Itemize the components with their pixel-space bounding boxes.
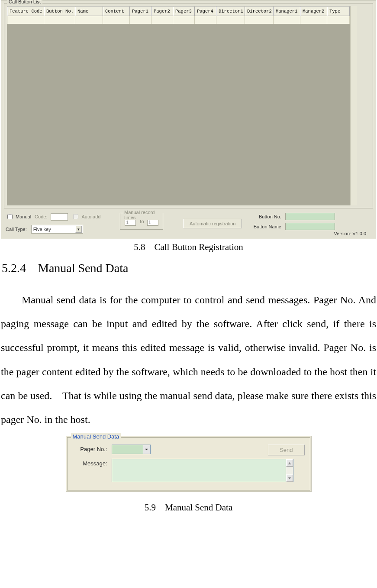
button-no-input[interactable] [285, 213, 335, 220]
table-outer: Feature Code Button No. Name Content Pag… [7, 6, 370, 205]
button-name-input[interactable] [285, 223, 335, 230]
code-input[interactable] [51, 213, 68, 221]
body-paragraph: Manual send data is for the computer to … [1, 288, 376, 432]
call-button-list-group: Call Button List Feature Code Button No.… [4, 3, 373, 208]
manual-record-times-label: Manual record times [123, 210, 163, 220]
col-button-no[interactable]: Button No. [44, 6, 75, 16]
message-label: Message: [73, 459, 107, 467]
col-pager4[interactable]: Pager4 [195, 6, 216, 16]
col-director2[interactable]: Director2 [245, 6, 274, 16]
auto-add-checkbox[interactable]: Auto add [71, 213, 100, 221]
scroll-up-icon[interactable] [286, 459, 293, 467]
pager-no-select[interactable] [112, 445, 151, 454]
automatic-registration-button[interactable]: Automatic registration [183, 219, 242, 228]
chevron-down-icon: ▼ [75, 226, 82, 233]
col-manager2[interactable]: Manager2 [300, 6, 327, 16]
vertical-scrollbar[interactable] [350, 6, 357, 205]
table-row[interactable] [7, 16, 350, 24]
button-name-label: Button Name: [248, 224, 283, 229]
table-empty-area [7, 24, 350, 205]
call-button-table: Feature Code Button No. Name Content Pag… [7, 6, 350, 205]
col-pager3[interactable]: Pager3 [173, 6, 195, 16]
send-button[interactable]: Send [268, 445, 304, 455]
col-content[interactable]: Content [103, 6, 130, 16]
manual-record-times-group: Manual record times To [120, 213, 163, 230]
group-legend: Call Button List [7, 0, 42, 4]
button-no-label: Button No.: [248, 214, 283, 219]
version-label: Version: V1.0.0 [334, 231, 366, 236]
fig58-screenshot: Call Button List Feature Code Button No.… [1, 0, 376, 239]
col-pager2[interactable]: Pager2 [151, 6, 173, 16]
call-type-label: Call Type: [6, 227, 27, 232]
col-pager1[interactable]: Pager1 [130, 6, 151, 16]
fig59-screenshot: Manual Send Data Pager No.: Send Message… [66, 436, 312, 492]
message-box [112, 459, 293, 482]
manual-label: Manual [16, 214, 31, 219]
bottom-controls: Manual Code: Auto add Call Type: Five ke… [6, 213, 373, 237]
table-header-row: Feature Code Button No. Name Content Pag… [7, 6, 350, 16]
caption-59: 5.9 Manual Send Data [0, 502, 377, 513]
manual-send-data-group: Manual Send Data Pager No.: Send Message… [67, 437, 310, 491]
col-type[interactable]: Type [327, 6, 350, 16]
col-director1[interactable]: Director1 [216, 6, 245, 16]
pager-no-label: Pager No.: [73, 445, 107, 452]
auto-add-label: Auto add [81, 214, 100, 219]
chevron-down-icon [143, 445, 150, 454]
manual-checkbox[interactable]: Manual [6, 213, 31, 221]
caption-58: 5.8 Call Button Registration [0, 242, 377, 253]
col-manager1[interactable]: Manager1 [274, 6, 300, 16]
col-feature-code[interactable]: Feature Code [7, 6, 44, 16]
scroll-down-icon[interactable] [286, 474, 293, 482]
section-heading: 5.2.4 Manual Send Data [2, 261, 377, 275]
message-scrollbar[interactable] [286, 459, 293, 482]
code-label: Code: [35, 214, 47, 219]
call-type-select[interactable]: Five key ▼ [31, 225, 83, 234]
message-input[interactable] [112, 459, 286, 482]
call-type-value: Five key [33, 227, 51, 232]
manual-send-group-legend: Manual Send Data [71, 433, 121, 440]
col-name[interactable]: Name [75, 6, 103, 16]
